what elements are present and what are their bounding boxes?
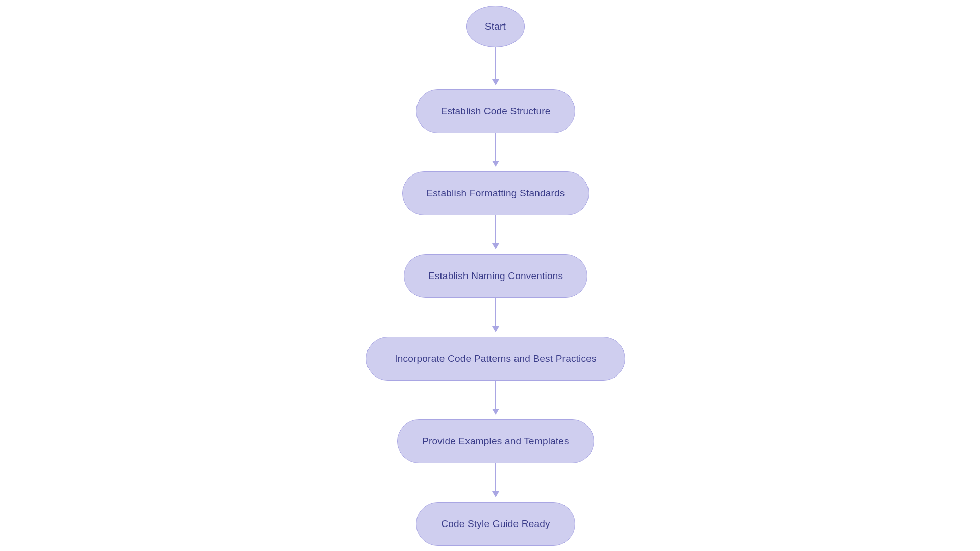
node-label: Code Style Guide Ready: [441, 518, 550, 530]
arrow: [495, 463, 496, 491]
arrowhead-icon: [492, 161, 499, 167]
node-provide-examples: Provide Examples and Templates: [397, 419, 594, 463]
arrowhead-icon: [492, 409, 499, 415]
flowchart-canvas: Start Establish Code Structure Establish…: [0, 0, 980, 551]
arrow: [495, 47, 496, 79]
arrowhead-icon: [492, 79, 499, 85]
node-label: Establish Naming Conventions: [428, 270, 563, 282]
node-label: Start: [485, 21, 506, 32]
node-label: Establish Formatting Standards: [426, 188, 565, 199]
node-label: Provide Examples and Templates: [422, 436, 569, 447]
node-code-style-guide-ready: Code Style Guide Ready: [416, 502, 575, 546]
node-incorporate-patterns: Incorporate Code Patterns and Best Pract…: [366, 337, 625, 381]
arrow: [495, 215, 496, 243]
node-establish-formatting-standards: Establish Formatting Standards: [402, 171, 589, 215]
arrow: [495, 133, 496, 161]
node-start: Start: [466, 6, 525, 47]
arrow: [495, 381, 496, 409]
node-establish-code-structure: Establish Code Structure: [416, 89, 575, 133]
node-establish-naming-conventions: Establish Naming Conventions: [404, 254, 587, 298]
arrowhead-icon: [492, 491, 499, 497]
node-label: Incorporate Code Patterns and Best Pract…: [395, 353, 596, 364]
arrow: [495, 298, 496, 326]
arrowhead-icon: [492, 326, 499, 332]
arrowhead-icon: [492, 243, 499, 249]
node-label: Establish Code Structure: [441, 106, 551, 117]
